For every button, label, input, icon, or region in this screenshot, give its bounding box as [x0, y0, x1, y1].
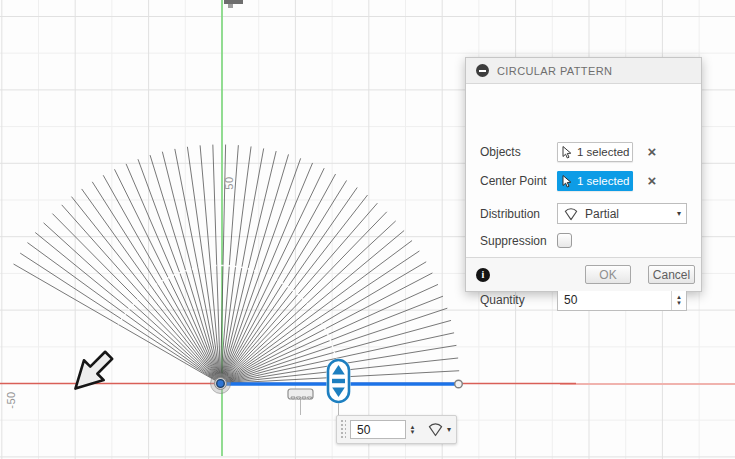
clipped-toolbar-fragment-tail: [228, 4, 233, 8]
distribution-value: Partial: [585, 207, 619, 221]
objects-selection-value: 1 selected: [577, 146, 629, 158]
quantity-stepper[interactable]: ▲ ▼: [671, 290, 686, 310]
dialog-title: CIRCULAR PATTERN: [497, 65, 612, 77]
chevron-down-icon: ▾: [677, 209, 681, 218]
objects-selection-button[interactable]: 1 selected: [557, 142, 633, 162]
minus-circle-icon[interactable]: [476, 64, 489, 77]
grid-label-x-50: -50: [5, 391, 17, 408]
quantity-inline-value: 50: [357, 423, 370, 437]
center-point-selection-value: 1 selected: [577, 175, 629, 187]
suppression-label: Suppression: [480, 234, 547, 248]
objects-clear-x-icon[interactable]: ×: [644, 144, 660, 160]
pattern-type-button[interactable]: ▾: [427, 422, 451, 437]
inline-quantity-toolbar[interactable]: 50 ▲ ▼ ▾: [336, 415, 457, 444]
cancel-button[interactable]: Cancel: [648, 265, 695, 284]
pie-sector-icon: [563, 207, 579, 221]
suppression-checkbox[interactable]: [557, 233, 572, 248]
center-point-label: Center Point: [480, 174, 547, 188]
quantity-inline-input[interactable]: 50: [350, 420, 406, 439]
quantity-value: 50: [564, 293, 577, 307]
center-point-selection-button[interactable]: 1 selected: [557, 171, 633, 191]
spin-down-icon[interactable]: ▼: [410, 430, 416, 435]
quantity-input[interactable]: 50 ▲ ▼: [557, 289, 687, 311]
clipped-toolbar-fragment: [224, 0, 243, 4]
cursor-select-icon: [562, 175, 573, 188]
objects-label: Objects: [480, 145, 521, 159]
drag-handle-icon[interactable]: [340, 419, 346, 440]
ruler-icon: [287, 386, 314, 398]
move-vertical-icon[interactable]: [326, 358, 351, 404]
grid-label-y50: 50: [223, 176, 235, 189]
pie-sector-icon: [427, 422, 444, 437]
spin-down-icon[interactable]: ▼: [676, 300, 682, 306]
dialog-footer: i OK Cancel: [466, 257, 701, 291]
distribution-dropdown[interactable]: Partial ▾: [557, 203, 687, 224]
distribution-label: Distribution: [480, 207, 540, 221]
quantity-label: Quantity: [480, 293, 525, 307]
info-icon[interactable]: i: [476, 268, 490, 282]
quantity-inline-stepper[interactable]: ▲ ▼: [406, 420, 419, 440]
sketch-viewport[interactable]: 50 -50 50 ▲: [0, 0, 735, 459]
chevron-down-icon: ▾: [447, 425, 451, 434]
ok-button[interactable]: OK: [585, 265, 631, 284]
circular-pattern-dialog: CIRCULAR PATTERN Objects 1 selected × Ce…: [465, 57, 702, 292]
cursor-select-icon: [562, 146, 573, 159]
center-point-clear-x-icon[interactable]: ×: [644, 173, 660, 189]
dialog-header[interactable]: CIRCULAR PATTERN: [466, 58, 701, 84]
